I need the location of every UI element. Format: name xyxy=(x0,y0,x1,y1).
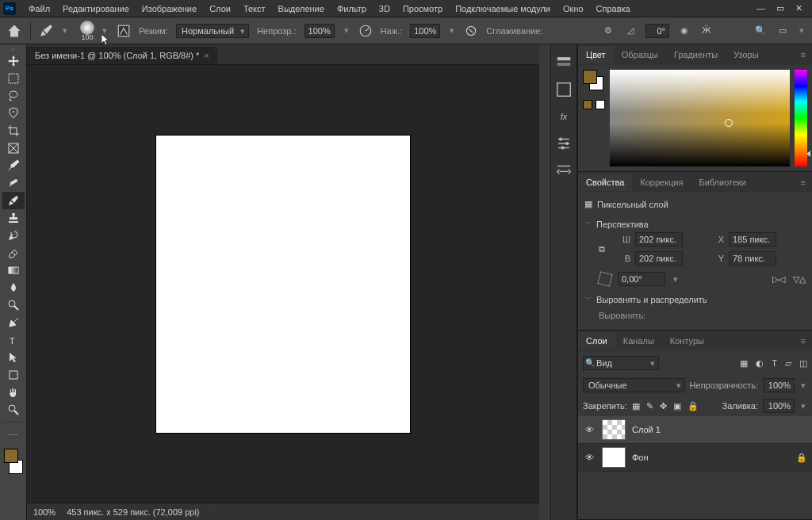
search-icon[interactable]: 🔍 xyxy=(753,24,768,38)
edit-toolbar-icon[interactable]: ⋯ xyxy=(2,426,25,444)
character-panel-icon[interactable] xyxy=(555,81,573,98)
layer-thumbnail[interactable] xyxy=(602,419,626,440)
chevron-down-icon[interactable]: ▾ xyxy=(798,25,806,36)
blur-tool[interactable] xyxy=(2,279,25,296)
menu-3d[interactable]: 3D xyxy=(373,2,396,15)
tab-swatches[interactable]: Образцы xyxy=(614,46,666,63)
filter-adjust-icon[interactable]: ◐ xyxy=(756,358,764,369)
pressure-opacity-icon[interactable] xyxy=(358,24,373,38)
pressure-size-icon[interactable]: ◉ xyxy=(677,24,691,38)
workspace-icon[interactable]: ▭ xyxy=(776,24,790,38)
quick-select-tool[interactable] xyxy=(2,105,25,122)
layer-row[interactable]: 👁 Фон 🔒 xyxy=(578,444,812,472)
gear-icon[interactable]: ⚙ xyxy=(601,24,615,38)
tool-preset-icon[interactable] xyxy=(39,24,53,38)
menu-view[interactable]: Просмотр xyxy=(396,2,449,15)
filter-shape-icon[interactable]: ▱ xyxy=(785,358,791,369)
tab-channels[interactable]: Каналы xyxy=(615,332,662,350)
opacity-input[interactable]: 100% xyxy=(304,24,335,38)
menu-help[interactable]: Справка xyxy=(590,2,637,15)
hue-slider[interactable] xyxy=(795,70,807,166)
link-wh-icon[interactable]: ⧉ xyxy=(599,244,615,254)
canvas-area[interactable] xyxy=(27,65,539,503)
chevron-down-icon[interactable]: ▾ xyxy=(61,25,69,36)
move-tool[interactable] xyxy=(2,52,25,70)
perspective-section[interactable]: ﹀Перспектива xyxy=(584,216,806,232)
fill-input[interactable]: 100% xyxy=(763,399,795,413)
airbrush-icon[interactable] xyxy=(464,24,478,38)
tab-patterns[interactable]: Узоры xyxy=(726,46,766,63)
history-brush-tool[interactable] xyxy=(2,227,25,244)
flip-v-icon[interactable]: ▽△ xyxy=(793,274,806,285)
close-icon[interactable]: × xyxy=(204,51,209,60)
menu-window[interactable]: Окно xyxy=(557,2,590,15)
panel-menu-icon[interactable]: ≡ xyxy=(795,174,812,190)
tab-adjustments[interactable]: Коррекция xyxy=(632,174,691,191)
width-input[interactable] xyxy=(635,232,683,247)
stamp-tool[interactable] xyxy=(2,209,25,227)
menu-image[interactable]: Изображение xyxy=(136,2,203,15)
height-input[interactable] xyxy=(635,251,683,266)
eyedropper-tool[interactable] xyxy=(2,157,25,174)
flow-input[interactable]: 100% xyxy=(410,24,440,38)
hand-tool[interactable] xyxy=(2,384,25,401)
align-section[interactable]: ﹀Выровнять и распределить xyxy=(584,291,806,308)
tab-libraries[interactable]: Библиотеки xyxy=(691,174,754,191)
layer-name[interactable]: Слой 1 xyxy=(632,425,661,434)
document-tab[interactable]: Без имени-1 @ 100% (Слой 1, RGB/8#) * × xyxy=(27,47,217,64)
menu-filter[interactable]: Фильтр xyxy=(331,2,373,15)
tab-gradients[interactable]: Градиенты xyxy=(666,46,726,63)
pen-tool[interactable] xyxy=(2,314,25,331)
paragraph-panel-icon[interactable] xyxy=(555,162,573,179)
lock-all-icon[interactable]: 🔒 xyxy=(688,401,699,411)
menu-layers[interactable]: Слои xyxy=(203,2,237,15)
blend-mode-select[interactable]: Нормальный xyxy=(176,24,249,38)
blend-mode-select[interactable]: Обычные xyxy=(583,378,685,392)
shape-tool[interactable] xyxy=(2,366,25,384)
layer-name[interactable]: Фон xyxy=(632,453,649,462)
menu-plugins[interactable]: Подключаемые модули xyxy=(449,2,557,15)
menu-text[interactable]: Текст xyxy=(237,2,272,15)
x-input[interactable] xyxy=(729,232,776,247)
angle-input[interactable] xyxy=(618,272,665,286)
tab-color[interactable]: Цвет xyxy=(578,46,614,63)
fg-bg-swatch[interactable] xyxy=(583,70,603,90)
menu-edit[interactable]: Редактирование xyxy=(56,2,136,15)
chevron-down-icon[interactable]: ▾ xyxy=(448,25,456,36)
lock-paint-icon[interactable]: ✎ xyxy=(646,401,653,411)
adjustments-panel-icon[interactable] xyxy=(555,135,573,152)
filter-pixel-icon[interactable]: ▦ xyxy=(740,358,748,369)
lock-transparent-icon[interactable]: ▦ xyxy=(632,401,640,411)
menu-file[interactable]: Файл xyxy=(22,2,56,15)
window-minimize-icon[interactable]: — xyxy=(756,3,765,13)
brush-angle-input[interactable]: 0° xyxy=(645,24,669,38)
fg-swatch[interactable] xyxy=(583,70,597,84)
layer-filter-select[interactable]: Вид xyxy=(583,356,659,370)
frame-tool[interactable] xyxy=(2,140,25,157)
healing-tool[interactable] xyxy=(2,174,25,192)
menu-select[interactable]: Выделение xyxy=(272,2,331,15)
dodge-tool[interactable] xyxy=(2,296,25,314)
styles-panel-icon[interactable]: fx xyxy=(555,108,573,125)
lock-icon[interactable]: 🔒 xyxy=(796,453,807,463)
flip-h-icon[interactable]: ▷◁ xyxy=(772,274,785,285)
history-panel-icon[interactable] xyxy=(555,54,573,71)
path-select-tool[interactable] xyxy=(2,349,25,366)
layer-row[interactable]: 👁 Слой 1 xyxy=(578,416,812,444)
chevron-down-icon[interactable]: ▾ xyxy=(101,25,109,36)
color-picker-field[interactable] xyxy=(610,70,790,166)
marquee-tool[interactable] xyxy=(2,70,25,87)
visibility-icon[interactable]: 👁 xyxy=(583,453,596,462)
window-maximize-icon[interactable]: ▭ xyxy=(776,3,784,13)
panel-menu-icon[interactable]: ≡ xyxy=(795,333,812,349)
filter-type-icon[interactable]: T xyxy=(772,358,777,369)
brush-tool[interactable] xyxy=(2,192,25,209)
panel-menu-icon[interactable]: ≡ xyxy=(795,47,812,63)
tab-properties[interactable]: Свойства xyxy=(578,174,632,191)
zoom-tool[interactable] xyxy=(2,401,25,419)
recent-color-1[interactable] xyxy=(583,100,592,109)
tab-paths[interactable]: Контуры xyxy=(662,332,712,350)
lock-artboard-icon[interactable]: ▣ xyxy=(673,401,681,411)
layer-opacity-input[interactable]: 100% xyxy=(763,378,795,392)
crop-tool[interactable] xyxy=(2,122,25,140)
